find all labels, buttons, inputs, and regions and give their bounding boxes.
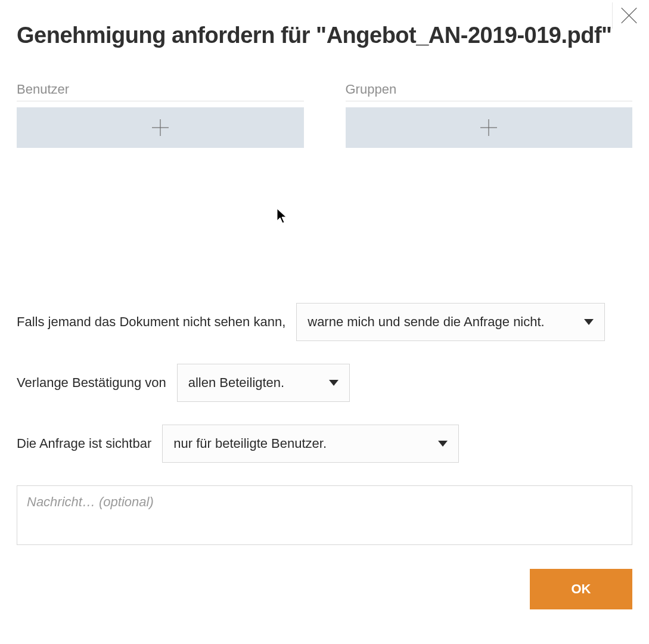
groups-column: Gruppen: [346, 82, 633, 148]
plus-icon: [479, 117, 499, 138]
dialog-footer: OK: [17, 569, 632, 609]
add-group-button[interactable]: [346, 107, 633, 148]
users-column: Benutzer: [17, 82, 304, 148]
approval-request-dialog: Genehmigung anfordern für "Angebot_AN-20…: [0, 0, 649, 644]
chevron-down-icon: [438, 441, 448, 447]
confirmation-select[interactable]: allen Beteiligten.: [177, 364, 350, 402]
visibility-warn-label: Falls jemand das Dokument nicht sehen ka…: [17, 314, 285, 330]
visibility-warn-row: Falls jemand das Dokument nicht sehen ka…: [17, 303, 632, 341]
add-user-button[interactable]: [17, 107, 304, 148]
message-textarea[interactable]: [17, 485, 632, 545]
dialog-title: Genehmigung anfordern für "Angebot_AN-20…: [17, 23, 632, 48]
close-icon: [620, 5, 638, 26]
close-button[interactable]: [612, 2, 638, 29]
request-visibility-row: Die Anfrage ist sichtbar nur für beteili…: [17, 425, 632, 463]
chevron-down-icon: [329, 380, 339, 386]
confirmation-row: Verlange Bestätigung von allen Beteiligt…: [17, 364, 632, 402]
groups-label: Gruppen: [346, 82, 633, 101]
visibility-warn-select[interactable]: warne mich und sende die Anfrage nicht.: [296, 303, 605, 341]
options: Falls jemand das Dokument nicht sehen ka…: [17, 303, 632, 463]
chevron-down-icon: [584, 319, 594, 325]
users-label: Benutzer: [17, 82, 304, 101]
request-visibility-label: Die Anfrage ist sichtbar: [17, 436, 151, 451]
select-value: warne mich und sende die Anfrage nicht.: [308, 314, 544, 330]
recipient-columns: Benutzer Gruppen: [17, 82, 632, 148]
ok-button[interactable]: OK: [530, 569, 632, 609]
select-value: nur für beteiligte Benutzer.: [173, 436, 327, 451]
spacer: [17, 148, 632, 303]
cursor-icon: [276, 208, 288, 224]
plus-icon: [150, 117, 170, 138]
select-value: allen Beteiligten.: [188, 375, 284, 391]
request-visibility-select[interactable]: nur für beteiligte Benutzer.: [162, 425, 459, 463]
confirmation-label: Verlange Bestätigung von: [17, 375, 166, 391]
